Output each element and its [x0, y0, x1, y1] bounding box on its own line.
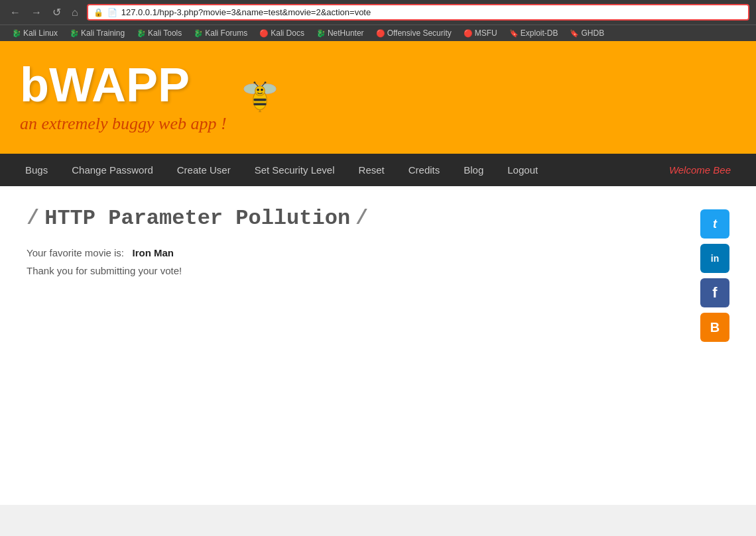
forward-button[interactable]: → — [28, 5, 45, 20]
browser-chrome: ← → ↺ ⌂ 🔒 📄 🐉 Kali Linux 🐉 Kali Training… — [0, 0, 756, 41]
bookmark-kali-docs-label: Kali Docs — [271, 28, 304, 38]
main-content: / HTTP Parameter Pollution / Your favori… — [27, 206, 687, 342]
kali-linux-icon: 🐉 — [12, 29, 21, 38]
site-subtitle: an extremely buggy web app ! — [20, 114, 227, 134]
svg-point-6 — [257, 88, 259, 91]
nav-set-security-level[interactable]: Set Security Level — [243, 154, 347, 186]
svg-point-5 — [255, 85, 265, 95]
page-icon: 📄 — [107, 8, 117, 17]
page-title-text: HTTP Parameter Pollution — [44, 206, 350, 231]
svg-point-7 — [261, 88, 263, 91]
kali-docs-icon: 🔴 — [259, 29, 269, 38]
slash-suffix: / — [355, 206, 368, 231]
nav-change-password[interactable]: Change Password — [60, 154, 165, 186]
offensive-security-icon: 🔴 — [376, 29, 385, 38]
thank-you-text: Thank you for submitting your vote! — [27, 265, 687, 276]
blogger-button[interactable]: B — [700, 313, 729, 342]
movie-name: Iron Man — [133, 247, 174, 258]
page-title: / HTTP Parameter Pollution / — [27, 206, 687, 231]
bookmark-kali-forums-label: Kali Forums — [205, 28, 247, 38]
linkedin-button[interactable]: in — [700, 244, 729, 273]
twitter-icon: t — [713, 217, 717, 231]
bookmark-offensive-security[interactable]: 🔴 Offensive Security — [371, 27, 457, 39]
bookmark-kali-forums[interactable]: 🐉 Kali Forums — [188, 27, 253, 39]
svg-rect-3 — [253, 98, 266, 101]
bookmark-kali-tools[interactable]: 🐉 Kali Tools — [131, 27, 187, 39]
bee-mascot — [240, 78, 280, 117]
bookmark-ghdb[interactable]: 🔖 GHDB — [564, 27, 609, 39]
msfu-icon: 🔴 — [464, 29, 473, 38]
site-title: bWAPP — [20, 61, 227, 109]
bookmarks-bar: 🐉 Kali Linux 🐉 Kali Training 🐉 Kali Tool… — [0, 25, 756, 41]
bookmark-msfu[interactable]: 🔴 MSFU — [458, 27, 503, 39]
social-sidebar: t in f B — [700, 206, 729, 342]
linkedin-icon: in — [711, 253, 719, 264]
kali-training-icon: 🐉 — [70, 29, 79, 38]
security-icon: 🔒 — [94, 8, 103, 17]
bookmark-kali-linux[interactable]: 🐉 Kali Linux — [7, 27, 63, 39]
svg-rect-4 — [253, 103, 266, 105]
bookmark-nethunter-label: NetHunter — [328, 28, 364, 38]
facebook-icon: f — [712, 284, 717, 301]
site-header: bWAPP an extremely buggy web app ! — [0, 41, 756, 154]
bookmark-kali-training-label: Kali Training — [81, 28, 125, 38]
svg-point-11 — [264, 81, 266, 83]
nav-welcome: Welcome Bee — [657, 154, 743, 186]
site-nav: Bugs Change Password Create User Set Sec… — [0, 154, 756, 186]
bookmark-offensive-security-label: Offensive Security — [387, 28, 452, 38]
browser-toolbar: ← → ↺ ⌂ 🔒 📄 — [0, 0, 756, 25]
bookmark-nethunter[interactable]: 🐉 NetHunter — [311, 27, 369, 39]
slash-prefix: / — [27, 206, 39, 231]
blogger-icon: B — [710, 320, 720, 335]
website: bWAPP an extremely buggy web app ! — [0, 41, 756, 505]
bookmark-kali-docs[interactable]: 🔴 Kali Docs — [254, 27, 310, 39]
nav-create-user[interactable]: Create User — [165, 154, 243, 186]
favorite-movie-paragraph: Your favorite movie is: Iron Man — [27, 247, 687, 258]
bookmark-exploit-db[interactable]: 🔖 Exploit-DB — [504, 27, 564, 39]
ghdb-icon: 🔖 — [570, 29, 579, 38]
back-button[interactable]: ← — [7, 5, 24, 20]
exploit-db-icon: 🔖 — [509, 29, 519, 38]
kali-forums-icon: 🐉 — [194, 29, 203, 38]
svg-point-9 — [253, 81, 255, 83]
nav-blog[interactable]: Blog — [452, 154, 495, 186]
nav-reset[interactable]: Reset — [347, 154, 397, 186]
bookmark-kali-linux-label: Kali Linux — [23, 28, 58, 38]
home-button[interactable]: ⌂ — [68, 5, 82, 20]
nav-credits[interactable]: Credits — [397, 154, 452, 186]
facebook-button[interactable]: f — [700, 278, 729, 307]
bookmark-msfu-label: MSFU — [475, 28, 497, 38]
twitter-button[interactable]: t — [700, 209, 729, 239]
bookmark-kali-training[interactable]: 🐉 Kali Training — [64, 27, 130, 39]
nav-logout[interactable]: Logout — [495, 154, 550, 186]
address-bar-container: 🔒 📄 — [87, 4, 749, 21]
address-bar-input[interactable] — [121, 7, 743, 17]
reload-button[interactable]: ↺ — [49, 5, 64, 20]
kali-tools-icon: 🐉 — [137, 29, 146, 38]
bookmark-exploit-db-label: Exploit-DB — [521, 28, 558, 38]
bookmark-kali-tools-label: Kali Tools — [148, 28, 182, 38]
page-content: / HTTP Parameter Pollution / Your favori… — [0, 186, 756, 362]
bookmark-ghdb-label: GHDB — [581, 28, 604, 38]
nav-bugs[interactable]: Bugs — [13, 154, 60, 186]
favorite-label: Your favorite movie is: — [27, 247, 124, 258]
nav-buttons: ← → ↺ ⌂ — [7, 5, 82, 20]
site-header-content: bWAPP an extremely buggy web app ! — [20, 61, 227, 134]
nethunter-icon: 🐉 — [316, 29, 326, 38]
